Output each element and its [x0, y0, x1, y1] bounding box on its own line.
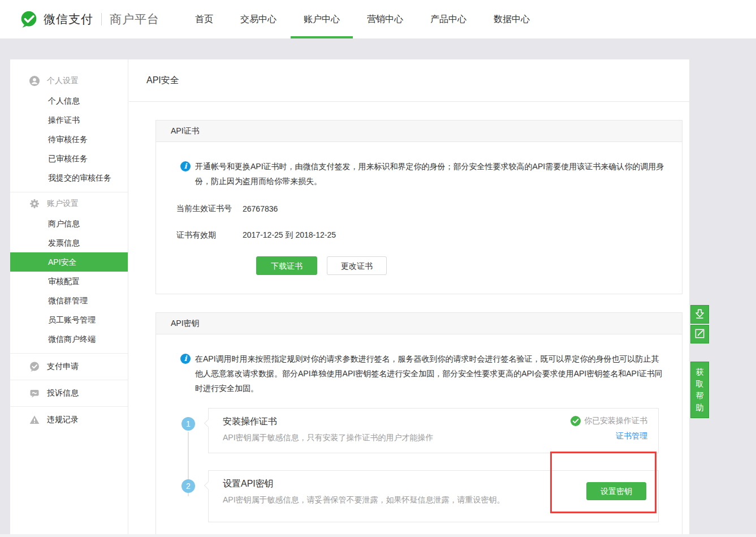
sidebar: 个人设置 个人信息 操作证书 待审核任务 已审核任务 我提交的审核任务 — [10, 59, 128, 537]
top-header: 微信支付 商户平台 首页 交易中心 账户中心 营销中心 产品中心 数据中心 — [0, 0, 756, 38]
cert-serial-label: 当前生效证书号 — [176, 204, 243, 214]
logo-product-text: 商户平台 — [110, 11, 159, 27]
download-cert-button[interactable]: 下载证书 — [256, 256, 317, 275]
step-2-badge: 2 — [182, 479, 195, 493]
feedback-tool-button[interactable] — [690, 325, 709, 343]
sidebar-item-payment-apply[interactable]: 支付申请 — [10, 354, 128, 380]
nav-account-center[interactable]: 账户中心 — [291, 0, 353, 38]
sidebar-item-review-config[interactable]: 审核配置 — [10, 272, 128, 291]
warning-icon — [29, 415, 40, 425]
sidebar-item-pending-review[interactable]: 待审核任务 — [10, 130, 128, 149]
api-cert-panel-title: API证书 — [156, 121, 682, 142]
key-info-row: i 在API调用时用来按照指定规则对你的请求参数进行签名，服务器收到你的请求时会… — [180, 351, 667, 396]
cert-validity-label: 证书有效期 — [176, 230, 243, 240]
section-title: 个人设置 — [47, 76, 79, 86]
cert-info-text: 开通帐号和更换API证书时，由微信支付签发，用来标识和界定你的身份；部分安全性要… — [195, 159, 664, 188]
sidebar-item-reviewed[interactable]: 已审核任务 — [10, 149, 128, 168]
annotation-red-box — [550, 452, 656, 513]
wechat-pay-logo[interactable]: 微信支付 商户平台 — [20, 10, 159, 28]
nav-home[interactable]: 首页 — [182, 0, 226, 38]
api-cert-panel: API证书 i 开通帐号和更换API证书时，由微信支付签发，用来标识和界定你的身… — [155, 120, 682, 294]
info-icon: i — [180, 161, 191, 171]
chat-check-icon — [29, 362, 40, 372]
cert-info-row: i 开通帐号和更换API证书时，由微信支付签发，用来标识和界定你的身份；部分安全… — [180, 159, 667, 188]
floating-tools: 获取帮助 — [690, 305, 709, 418]
logo-brand-text: 微信支付 — [44, 11, 93, 27]
status-text: 你已安装操作证书 — [584, 416, 647, 426]
horizontal-scrollbar[interactable] — [0, 534, 756, 537]
cert-serial-row: 当前生效证书号 26767836 — [176, 195, 667, 222]
key-info-text: 在API调用时用来按照指定规则对你的请求参数进行签名，服务器收到你的请求时会进行… — [195, 351, 664, 396]
nav-data-center[interactable]: 数据中心 — [481, 0, 543, 38]
get-help-button[interactable]: 获取帮助 — [690, 362, 709, 418]
edit-icon — [694, 328, 705, 341]
cert-validity-row: 证书有效期 2017-12-25 到 2018-12-25 — [176, 222, 667, 248]
api-key-panel-title: API密钥 — [156, 313, 682, 334]
sidebar-item-merchant-terminal[interactable]: 微信商户终端 — [10, 329, 128, 349]
sidebar-item-violation-record[interactable]: 违规记录 — [10, 407, 128, 433]
nav-transaction-center[interactable]: 交易中心 — [227, 0, 290, 38]
sidebar-item-operation-cert[interactable]: 操作证书 — [10, 110, 128, 130]
step-1-status-area: 你已安装操作证书 证书管理 — [571, 416, 647, 441]
sidebar-item-staff-account[interactable]: 员工账号管理 — [10, 310, 128, 329]
wechat-pay-bubble-icon — [20, 10, 38, 28]
cert-fields: 当前生效证书号 26767836 证书有效期 2017-12-25 到 2018… — [176, 195, 667, 248]
change-cert-button[interactable]: 更改证书 — [327, 256, 387, 275]
sidebar-item-my-submitted-review[interactable]: 我提交的审核任务 — [10, 168, 128, 187]
page-title: API安全 — [146, 75, 179, 87]
chat-bubble-icon — [29, 388, 40, 398]
sidebar-section-personal: 个人设置 个人信息 操作证书 待审核任务 已审核任务 我提交的审核任务 — [10, 59, 128, 192]
sidebar-header-personal-settings[interactable]: 个人设置 — [10, 71, 128, 91]
section-title: 账户设置 — [47, 199, 79, 209]
sidebar-item-invoice-info[interactable]: 发票信息 — [10, 233, 128, 252]
cert-buttons-row: 下载证书 更改证书 — [256, 256, 667, 275]
nav-product-center[interactable]: 产品中心 — [417, 0, 479, 38]
sidebar-item-api-security[interactable]: API安全 — [10, 252, 128, 272]
sidebar-item-wechat-group[interactable]: 微信群管理 — [10, 291, 128, 310]
cert-installed-status: 你已安装操作证书 — [571, 416, 647, 426]
sidebar-header-account-settings[interactable]: 账户设置 — [10, 194, 128, 214]
gear-icon — [29, 199, 40, 209]
cert-manage-link[interactable]: 证书管理 — [616, 431, 647, 441]
user-icon — [29, 76, 40, 86]
sidebar-item-personal-info[interactable]: 个人信息 — [10, 91, 128, 110]
section-title: 投诉信息 — [47, 388, 79, 398]
sidebar-item-merchant-info[interactable]: 商户信息 — [10, 214, 128, 233]
step-install-cert: 1 安装操作证书 API密钥属于敏感信息，只有安装了操作证书的用户才能操作 — [208, 408, 659, 453]
nav-marketing-center[interactable]: 营销中心 — [354, 0, 416, 38]
sidebar-item-complaint-info[interactable]: 投诉信息 — [10, 380, 128, 406]
logo-divider — [101, 13, 102, 25]
info-icon: i — [180, 354, 191, 364]
section-title: 支付申请 — [47, 362, 79, 372]
download-icon — [694, 308, 705, 321]
cert-validity-value: 2017-12-25 到 2018-12-25 — [243, 230, 336, 240]
cert-serial-value: 26767836 — [243, 204, 278, 213]
download-tool-button[interactable] — [690, 305, 709, 324]
check-circle-icon — [571, 416, 581, 426]
section-title: 违规记录 — [47, 415, 79, 425]
step-1-badge: 1 — [182, 417, 195, 431]
main-nav: 首页 交易中心 账户中心 营销中心 产品中心 数据中心 — [182, 0, 543, 38]
page-title-bar: API安全 — [129, 59, 689, 102]
sidebar-section-account: 账户设置 商户信息 发票信息 API安全 审核配置 微信群管理 员工账号管理 微… — [10, 192, 128, 353]
